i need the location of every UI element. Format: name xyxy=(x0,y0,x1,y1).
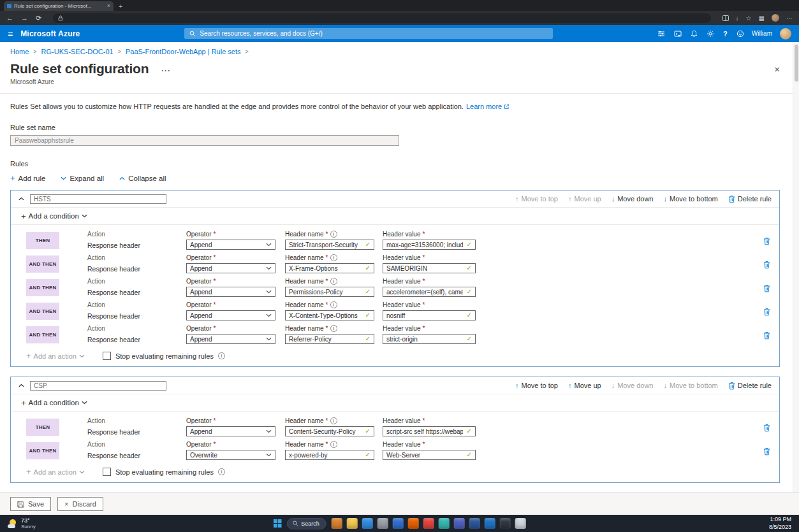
move-to-bottom-button[interactable]: ↓Move to bottom xyxy=(663,382,717,389)
breadcrumb-resource-group[interactable]: RG-UKS-SEC-DOC-01 xyxy=(41,48,114,55)
favorites-icon[interactable]: ☆ xyxy=(746,15,752,22)
discard-button[interactable]: × Discard xyxy=(57,497,103,511)
move-down-button[interactable]: ↓Move down xyxy=(612,195,654,203)
operator-select[interactable]: Append xyxy=(186,334,275,344)
operator-select[interactable]: Append xyxy=(186,263,275,273)
help-icon[interactable]: ? xyxy=(723,30,728,38)
taskbar-icon-firefox[interactable] xyxy=(408,518,419,529)
taskbar-icon-file-explorer[interactable] xyxy=(347,518,358,529)
browser-profile-avatar[interactable] xyxy=(772,14,779,22)
user-avatar[interactable] xyxy=(780,28,791,40)
operator-select[interactable]: Append xyxy=(186,310,275,320)
forward-button[interactable]: → xyxy=(21,15,28,22)
tab-close-icon[interactable]: × xyxy=(107,3,110,9)
breadcrumb-rule-sets[interactable]: PaaS-FrontDoor-WebApp | Rule sets xyxy=(126,48,241,55)
save-button[interactable]: Save xyxy=(10,497,51,511)
collapse-rule-icon[interactable] xyxy=(18,384,24,387)
header-value-input[interactable]: Web-Server✓ xyxy=(383,450,476,460)
settings-gear-icon[interactable] xyxy=(707,30,714,38)
taskbar-icon-chrome[interactable] xyxy=(423,518,434,529)
header-value-input[interactable]: max-age=31536000; includ...✓ xyxy=(383,240,476,250)
taskbar-icon-settings[interactable] xyxy=(378,518,388,529)
add-rule-button[interactable]: + Add rule xyxy=(10,174,45,182)
delete-action-button[interactable] xyxy=(763,308,770,316)
portal-menu-icon[interactable]: ≡ xyxy=(8,29,13,38)
header-name-input[interactable]: Strict-Transport-Security✓ xyxy=(285,240,374,250)
browser-tab[interactable]: Rule set configuration - Microsof... × xyxy=(4,1,114,11)
taskbar-icon-projector[interactable] xyxy=(515,518,526,529)
taskbar-icon-snipping-tool[interactable] xyxy=(332,518,342,529)
copilot-icon[interactable] xyxy=(657,30,665,38)
stop-evaluating-row[interactable]: Stop evaluating remaining rulesi xyxy=(103,468,225,476)
header-name-input[interactable]: Content-Security-Policy✓ xyxy=(285,426,374,436)
header-name-input[interactable]: X-Frame-Options✓ xyxy=(285,263,374,273)
page-scrollbar[interactable] xyxy=(793,42,799,492)
move-to-top-button[interactable]: ↑Move to top xyxy=(515,382,558,389)
stop-evaluating-checkbox[interactable] xyxy=(103,468,111,476)
taskbar-icon-outlook[interactable] xyxy=(485,518,495,529)
start-button[interactable] xyxy=(273,519,281,528)
header-name-input[interactable]: x-powered-by✓ xyxy=(285,450,374,460)
user-name[interactable]: William xyxy=(752,30,772,37)
download-icon[interactable]: ↓ xyxy=(736,15,739,22)
address-bar[interactable] xyxy=(53,13,710,23)
rule-name-input[interactable] xyxy=(30,194,166,204)
delete-rule-button[interactable]: Delete rule xyxy=(728,382,772,390)
add-action-button[interactable]: +Add an action xyxy=(26,352,85,360)
new-tab-button[interactable]: + xyxy=(119,3,122,10)
expand-all-button[interactable]: Expand all xyxy=(61,175,104,182)
move-up-button[interactable]: ↑Move up xyxy=(568,382,601,389)
cloud-shell-icon[interactable] xyxy=(674,30,682,38)
operator-select[interactable]: Append xyxy=(186,287,275,297)
delete-rule-button[interactable]: Delete rule xyxy=(728,195,772,203)
collapse-all-button[interactable]: Collapse all xyxy=(119,175,166,182)
delete-action-button[interactable] xyxy=(763,447,770,456)
move-up-button[interactable]: ↑Move up xyxy=(568,195,601,203)
add-condition-button[interactable]: +Add a condition xyxy=(21,212,87,220)
collapse-rule-icon[interactable] xyxy=(18,197,24,201)
refresh-button[interactable]: ⟳ xyxy=(36,15,41,22)
taskbar-icon-word[interactable] xyxy=(469,518,480,529)
operator-select[interactable]: Append xyxy=(186,426,275,436)
taskbar-icon-terminal[interactable] xyxy=(500,518,511,529)
browser-menu-icon[interactable]: ⋯ xyxy=(786,15,793,22)
feedback-icon[interactable] xyxy=(737,30,744,38)
scrollbar-thumb[interactable] xyxy=(795,45,798,82)
more-options-icon[interactable]: ... xyxy=(161,64,171,73)
close-blade-icon[interactable]: × xyxy=(774,64,780,74)
header-name-input[interactable]: Permissions-Policy✓ xyxy=(285,287,374,297)
back-button[interactable]: ← xyxy=(6,15,13,22)
azure-brand[interactable]: Microsoft Azure xyxy=(20,29,80,38)
rule-name-input[interactable] xyxy=(30,381,166,391)
taskbar-search[interactable]: Search xyxy=(286,518,326,529)
learn-more-link[interactable]: Learn more xyxy=(466,103,509,110)
delete-action-button[interactable] xyxy=(763,284,770,292)
azure-search-input[interactable]: Search resources, services, and docs (G+… xyxy=(184,28,553,39)
header-value-input[interactable]: SAMEORIGIN✓ xyxy=(383,263,476,273)
header-value-input[interactable]: nosniff✓ xyxy=(383,310,476,320)
taskbar-weather[interactable]: 73° Sunny xyxy=(8,517,36,530)
stop-evaluating-checkbox[interactable] xyxy=(103,352,111,360)
taskbar-icon-edge[interactable] xyxy=(362,518,373,529)
rule-set-name-input[interactable]: Paaswebapphstsrule xyxy=(10,135,399,146)
header-value-input[interactable]: strict-origin✓ xyxy=(383,334,476,344)
header-name-input[interactable]: Referrer-Policy✓ xyxy=(285,334,374,344)
add-action-button[interactable]: +Add an action xyxy=(26,468,85,476)
collections-icon[interactable]: ▦ xyxy=(759,15,765,22)
taskbar-icon-teams[interactable] xyxy=(454,518,465,529)
delete-action-button[interactable] xyxy=(763,424,770,432)
delete-action-button[interactable] xyxy=(763,261,770,269)
notifications-bell-icon[interactable] xyxy=(691,30,698,38)
taskbar-icon-store[interactable] xyxy=(393,518,404,529)
delete-action-button[interactable] xyxy=(763,237,770,245)
stop-evaluating-row[interactable]: Stop evaluating remaining rulesi xyxy=(103,352,225,360)
taskbar-clock[interactable]: 1:09 PM 8/5/2023 xyxy=(769,516,791,531)
add-condition-button[interactable]: +Add a condition xyxy=(21,399,87,407)
move-to-bottom-button[interactable]: ↓Move to bottom xyxy=(663,195,717,203)
operator-select[interactable]: Overwrite xyxy=(186,450,275,460)
move-to-top-button[interactable]: ↑Move to top xyxy=(515,195,558,203)
delete-action-button[interactable] xyxy=(763,331,770,340)
header-name-input[interactable]: X-Content-Type-Options✓ xyxy=(285,310,374,320)
move-down-button[interactable]: ↓Move down xyxy=(612,382,654,389)
header-value-input[interactable]: script-src self https://webap...✓ xyxy=(383,426,476,436)
